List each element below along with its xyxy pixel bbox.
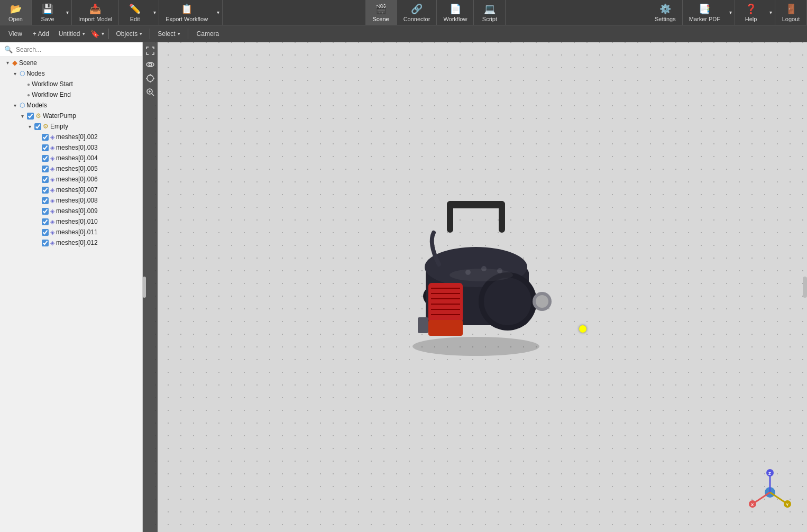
mesh-checkbox-4[interactable] (42, 176, 49, 183)
workflow-label: Workflow (443, 16, 467, 22)
save-button[interactable]: 💾 Save (32, 0, 63, 25)
objects-chevron: ▾ (140, 31, 142, 36)
tree-workflow-end[interactable]: ● Workflow End (0, 89, 142, 100)
mesh-checkbox-8[interactable] (42, 218, 49, 225)
import-model-button[interactable]: 📥 Import Model (72, 0, 119, 25)
tree-mesh-7[interactable]: ◈ meshes[0].009 (0, 206, 142, 216)
zoom-button[interactable] (144, 86, 157, 98)
tree-mesh-1[interactable]: ◈ meshes[0].003 (0, 142, 142, 153)
objects-dropdown[interactable]: Objects ▾ (113, 29, 146, 39)
marker-pdf-dropdown[interactable]: ▾ (727, 0, 735, 25)
add-button[interactable]: + Add (29, 29, 53, 39)
scene-button[interactable]: 🎬 Scene (365, 0, 397, 25)
bookmark-icon[interactable]: 🔖 (90, 30, 99, 38)
edit-group: ✏️ Edit ▾ (119, 0, 159, 25)
tree-mesh-3[interactable]: ◈ meshes[0].005 (0, 163, 142, 174)
scene-label: Scene (19, 59, 37, 67)
left-resize-handle[interactable] (143, 277, 146, 298)
mesh-icon-1: ◈ (50, 144, 54, 151)
tree-mesh-6[interactable]: ◈ meshes[0].008 (0, 195, 142, 206)
scene-name-chevron: ▾ (82, 31, 85, 36)
models-chevron: ▾ (12, 103, 18, 108)
mesh-checkbox-9[interactable] (42, 229, 49, 236)
pump-model (386, 190, 566, 370)
viewport[interactable]: Z X Y (143, 42, 807, 532)
save-dropdown[interactable]: ▾ (63, 0, 71, 25)
main-layout: 🔍 ▾ ◆ Scene ▾ ⬡ Nodes ● Workflow Start ●… (0, 42, 807, 532)
tree-nodes[interactable]: ▾ ⬡ Nodes (0, 68, 142, 79)
mesh-icon-9: ◈ (50, 229, 54, 236)
workflow-button[interactable]: 📄 Workflow (437, 0, 474, 25)
help-button[interactable]: ❓ Help (735, 0, 767, 25)
mesh-checkbox-1[interactable] (42, 144, 49, 151)
svg-rect-29 (418, 317, 428, 333)
mesh-icon-3: ◈ (50, 166, 54, 172)
cursor-indicator (579, 325, 586, 333)
mesh-checkbox-2[interactable] (42, 155, 49, 162)
bookmark-arrow[interactable]: ▾ (102, 31, 104, 36)
tree-mesh-8[interactable]: ◈ meshes[0].010 (0, 216, 142, 227)
camera-button[interactable]: Camera (192, 29, 224, 39)
edit-icon: ✏️ (129, 3, 141, 15)
connector-icon: 🔗 (411, 3, 423, 15)
second-toolbar: View + Add Untitled ▾ 🔖 ▾ Objects ▾ Sele… (0, 25, 807, 42)
mesh-checkbox-0[interactable] (42, 134, 49, 141)
edit-button[interactable]: ✏️ Edit (119, 0, 151, 25)
export-workflow-button[interactable]: 📋 Export Workflow (159, 0, 214, 25)
script-button[interactable]: 💻 Script (474, 0, 506, 25)
tree-mesh-10[interactable]: ◈ meshes[0].012 (0, 237, 142, 248)
mesh-checkbox-3[interactable] (42, 166, 49, 172)
marker-pdf-icon: 📑 (699, 3, 710, 15)
mesh-label-3: meshes[0].005 (56, 165, 98, 172)
view-button[interactable]: View (4, 29, 26, 39)
select-dropdown[interactable]: Select ▾ (154, 29, 183, 39)
mesh-icon-6: ◈ (50, 197, 54, 204)
fullscreen-button[interactable] (144, 44, 157, 57)
tree-mesh-9[interactable]: ◈ meshes[0].011 (0, 227, 142, 237)
marker-pdf-button[interactable]: 📑 Marker PDF (683, 0, 727, 25)
tree-workflow-start[interactable]: ● Workflow Start (0, 79, 142, 89)
tree-empty[interactable]: ▾ ⚙ Empty (0, 121, 142, 132)
tree-models[interactable]: ▾ ⬡ Models (0, 100, 142, 111)
mesh-checkbox-5[interactable] (42, 187, 49, 194)
models-icon: ⬡ (20, 102, 25, 109)
wp-checkbox[interactable] (27, 113, 34, 120)
svg-rect-30 (428, 320, 463, 336)
edit-dropdown[interactable]: ▾ (151, 0, 159, 25)
mesh-label-10: meshes[0].012 (56, 239, 98, 246)
mesh-icon-8: ◈ (50, 218, 54, 225)
svg-point-26 (484, 278, 531, 325)
tree-waterpump[interactable]: ▾ ⚙ WaterPump (0, 111, 142, 121)
mesh-checkbox-10[interactable] (42, 240, 49, 246)
connector-button[interactable]: 🔗 Connector (397, 0, 437, 25)
save-label: Save (41, 16, 54, 22)
mesh-checkbox-7[interactable] (42, 208, 49, 215)
edit-label: Edit (130, 16, 140, 22)
search-input[interactable] (16, 46, 138, 53)
scene-name-dropdown[interactable]: Untitled ▾ (56, 29, 88, 39)
mesh-label-6: meshes[0].008 (56, 197, 98, 204)
open-button[interactable]: 📂 Open (0, 0, 32, 25)
export-workflow-group: 📋 Export Workflow ▾ (159, 0, 223, 25)
help-icon: ❓ (745, 3, 757, 15)
tree-mesh-2[interactable]: ◈ meshes[0].004 (0, 153, 142, 163)
help-dropdown[interactable]: ▾ (767, 0, 775, 25)
tree-mesh-5[interactable]: ◈ meshes[0].007 (0, 185, 142, 195)
workflow-icon: 📄 (450, 3, 461, 15)
eye-button[interactable] (144, 58, 157, 71)
help-group: ❓ Help ▾ (735, 0, 775, 25)
svg-text:X: X (751, 502, 754, 507)
logout-button[interactable]: 🚪 Logout (775, 0, 807, 25)
ws-icon: ● (27, 81, 30, 87)
tree-scene[interactable]: ▾ ◆ Scene (0, 57, 142, 68)
right-resize-handle[interactable] (803, 277, 807, 298)
empty-checkbox[interactable] (34, 123, 41, 130)
mesh-checkbox-6[interactable] (42, 197, 49, 204)
settings-button[interactable]: ⚙️ Settings (648, 0, 683, 25)
export-workflow-dropdown[interactable]: ▾ (214, 0, 222, 25)
empty-chevron: ▾ (26, 124, 33, 130)
tree-mesh-0[interactable]: ◈ meshes[0].002 (0, 132, 142, 142)
target-button[interactable] (144, 72, 157, 85)
tree-mesh-4[interactable]: ◈ meshes[0].006 (0, 174, 142, 185)
mesh-icon-10: ◈ (50, 240, 54, 246)
